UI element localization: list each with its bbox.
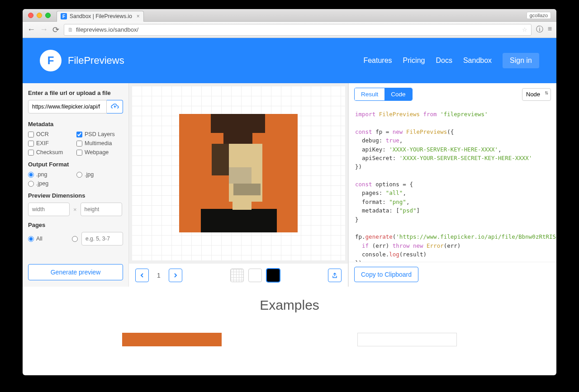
chk-psd-layers[interactable]: PSD Layers [76, 131, 123, 137]
app-header: F FilePreviews Features Pricing Docs San… [23, 38, 556, 83]
main-nav: Features Pricing Docs Sandbox Sign in [363, 53, 539, 68]
address-bar[interactable]: 🗎 filepreviews.io/sandbox/ ☆ [64, 24, 532, 36]
bg-transparent-swatch[interactable] [230, 269, 244, 282]
window-controls [28, 13, 51, 18]
chk-multimedia[interactable]: Multimedia [76, 140, 123, 146]
radio-jpg[interactable]: .jpg [76, 171, 123, 178]
tab-result[interactable]: Result [355, 88, 384, 100]
code-tabs: Result Code Node [349, 83, 556, 105]
main-area: Enter a file url or upload a file Metada… [23, 83, 556, 287]
pages-range-input[interactable] [81, 232, 123, 246]
prev-page-button[interactable] [135, 269, 149, 282]
chk-webpage[interactable]: Webpage [76, 149, 123, 156]
copy-to-clipboard-button[interactable]: Copy to Clipboard [354, 267, 418, 282]
forward-icon[interactable]: → [40, 25, 48, 34]
brand-name: FilePreviews [68, 55, 124, 66]
close-tab-icon[interactable]: × [137, 13, 140, 19]
preview-toolbar: 1 [129, 263, 348, 287]
dimension-separator: × [73, 206, 77, 213]
browser-tab[interactable]: F Sandbox | FilePreviews.io × [57, 11, 144, 22]
logo[interactable]: F FilePreviews [40, 50, 124, 71]
favicon-icon: F [61, 13, 67, 19]
star-icon[interactable]: ☆ [522, 26, 527, 33]
chk-ocr[interactable]: OCR [28, 131, 75, 137]
radio-jpeg[interactable]: .jpeg [28, 180, 75, 187]
browser-toolbar: ← → ⟳ 🗎 filepreviews.io/sandbox/ ☆ ⓘ ≡ [23, 22, 556, 38]
browser-tab-strip: F Sandbox | FilePreviews.io × gcollazo [23, 9, 556, 22]
file-url-input[interactable] [28, 100, 107, 113]
nav-docs[interactable]: Docs [436, 57, 452, 65]
metadata-label: Metadata [28, 121, 123, 128]
generate-preview-button[interactable]: Generate preview [28, 264, 123, 280]
preview-canvas [132, 86, 345, 260]
tab-code[interactable]: Code [384, 88, 412, 100]
profile-chip[interactable]: gcollazo [527, 12, 551, 19]
browser-window: F Sandbox | FilePreviews.io × gcollazo ←… [23, 9, 556, 375]
chk-exif[interactable]: EXIF [28, 140, 75, 146]
page-number: 1 [153, 272, 164, 279]
code-snippet: import FilePreviews from 'filepreviews' … [349, 105, 556, 262]
maximize-window-icon[interactable] [45, 13, 51, 18]
pages-label: Pages [28, 222, 123, 228]
nav-sandbox[interactable]: Sandbox [463, 57, 492, 65]
nav-pricing[interactable]: Pricing [403, 57, 425, 65]
close-window-icon[interactable] [28, 13, 33, 18]
example-thumb-1[interactable] [122, 333, 222, 346]
chk-checksum[interactable]: Checksum [28, 149, 75, 156]
radio-pages-custom[interactable] [72, 236, 78, 242]
language-select[interactable]: Node [522, 88, 551, 101]
page-icon: 🗎 [68, 27, 73, 33]
cloud-upload-icon [111, 104, 119, 110]
example-thumb-2[interactable] [357, 333, 457, 346]
info-icon[interactable]: ⓘ [536, 25, 543, 34]
preview-pane: 1 [129, 83, 348, 287]
signin-button[interactable]: Sign in [503, 53, 539, 68]
minimize-window-icon[interactable] [37, 13, 42, 18]
share-icon [332, 272, 338, 279]
examples-section: Examples [23, 287, 556, 346]
preview-image [179, 114, 298, 232]
back-icon[interactable]: ← [27, 25, 35, 34]
menu-icon[interactable]: ≡ [548, 25, 552, 34]
nav-features[interactable]: Features [363, 57, 392, 65]
url-label: Enter a file url or upload a file [28, 90, 123, 96]
reload-icon[interactable]: ⟳ [52, 25, 59, 35]
code-panel: Result Code Node import FilePreviews fro… [348, 83, 556, 287]
dimensions-label: Preview Dimensions [28, 192, 123, 199]
height-input[interactable] [81, 203, 122, 216]
radio-png[interactable]: .png [28, 171, 75, 178]
chevron-right-icon [173, 273, 178, 278]
url-text: filepreviews.io/sandbox/ [76, 26, 138, 33]
bg-black-swatch[interactable] [266, 269, 280, 282]
share-button[interactable] [328, 269, 342, 282]
upload-button[interactable] [107, 100, 123, 113]
background-swatches [230, 269, 280, 282]
next-page-button[interactable] [169, 269, 182, 282]
output-format-label: Output Format [28, 161, 123, 168]
bg-white-swatch[interactable] [248, 269, 262, 282]
width-input[interactable] [28, 203, 70, 216]
radio-pages-all[interactable]: All [28, 236, 68, 242]
logo-icon: F [40, 50, 62, 71]
config-sidebar: Enter a file url or upload a file Metada… [23, 83, 129, 287]
chevron-left-icon [139, 273, 145, 278]
tab-title: Sandbox | FilePreviews.io [70, 13, 132, 19]
examples-heading: Examples [23, 298, 556, 313]
